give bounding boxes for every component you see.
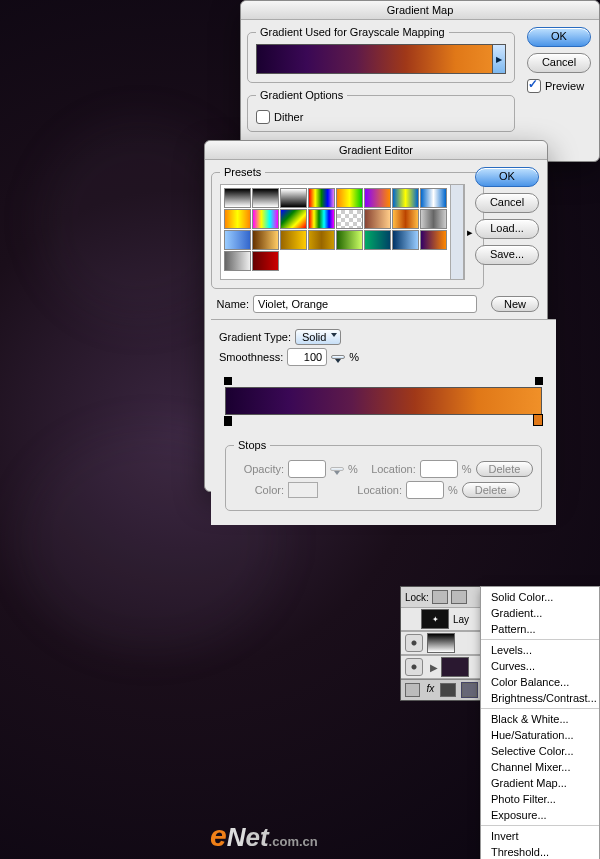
ok-button[interactable]: OK (527, 27, 591, 47)
smooth-label: Smoothness: (219, 351, 283, 363)
fx-icon[interactable]: fx (426, 683, 434, 697)
menu-item[interactable]: Gradient... (481, 605, 599, 621)
layer-row-1[interactable]: ✦ Lay (401, 607, 481, 631)
layer-name-1: Lay (453, 614, 469, 625)
percent-label: % (349, 351, 359, 363)
preview-checkbox[interactable] (527, 79, 541, 93)
preset-flyout-icon[interactable]: ▸ (464, 184, 475, 280)
opacity-label: Opacity: (234, 463, 284, 475)
menu-item[interactable]: Curves... (481, 658, 599, 674)
color-swatch[interactable] (288, 482, 318, 498)
lock-transparency-icon[interactable] (432, 590, 448, 604)
menu-item[interactable]: Photo Filter... (481, 791, 599, 807)
menu-item[interactable]: Invert (481, 828, 599, 844)
layer-row-3[interactable]: ▶ (401, 655, 481, 679)
lock-label: Lock: (405, 592, 429, 603)
gradient-type-select[interactable]: Solid (295, 329, 341, 345)
load-button[interactable]: Load... (475, 219, 539, 239)
preview-label: Preview (545, 80, 584, 92)
adjustment-layer-menu: Solid Color... Gradient... Pattern... Le… (480, 586, 600, 859)
delete-opacity-stop-button[interactable]: Delete (476, 461, 534, 477)
dither-label: Dither (274, 111, 303, 123)
stops-legend: Stops (234, 439, 270, 451)
gradient-definition-group: Gradient Type: Solid Smoothness: % Stops… (211, 319, 556, 525)
visibility-toggle-2[interactable] (405, 634, 423, 652)
layer-thumb-2[interactable] (427, 633, 455, 653)
gradient-map-title: Gradient Map (241, 1, 599, 20)
layer-thumb-3[interactable] (441, 657, 469, 677)
layers-panel-fragment: Lock: ✦ Lay ▶ fx (400, 586, 482, 701)
layer-mask-icon[interactable] (440, 683, 455, 697)
menu-item[interactable]: Solid Color... (481, 589, 599, 605)
menu-item[interactable]: Pattern... (481, 621, 599, 637)
preset-scrollbar[interactable] (451, 184, 464, 280)
stops-group: Stops Opacity: % Location: % Delete Colo… (225, 439, 542, 511)
menu-item[interactable]: Threshold... (481, 844, 599, 859)
dither-checkbox[interactable] (256, 110, 270, 124)
save-button[interactable]: Save... (475, 245, 539, 265)
menu-item[interactable]: Hue/Saturation... (481, 727, 599, 743)
opacity-input[interactable] (288, 460, 326, 478)
gradient-name-input[interactable] (253, 295, 477, 313)
preset-grid[interactable] (220, 184, 451, 280)
cancel-button[interactable]: Cancel (475, 193, 539, 213)
gradient-map-buttons: OK Cancel Preview (527, 27, 591, 96)
smoothness-input[interactable] (287, 348, 327, 366)
menu-item[interactable]: Brightness/Contrast... (481, 690, 599, 706)
cancel-button[interactable]: Cancel (527, 53, 591, 73)
gradient-editor-dialog: Gradient Editor Presets (204, 140, 548, 492)
presets-group: Presets (211, 166, 484, 289)
gradient-map-dialog: Gradient Map Gradient Used for Grayscale… (240, 0, 600, 162)
ok-button[interactable]: OK (475, 167, 539, 187)
adjustment-layer-icon[interactable] (462, 683, 477, 697)
name-label: Name: (213, 298, 249, 310)
gradient-options-legend: Gradient Options (256, 89, 347, 101)
opacity-location-input[interactable] (420, 460, 458, 478)
layer-row-2[interactable] (401, 631, 481, 655)
menu-item[interactable]: Black & White... (481, 711, 599, 727)
gradient-strip[interactable]: ▶ (256, 44, 506, 74)
color-location-input[interactable] (406, 481, 444, 499)
lock-pixels-icon[interactable] (451, 590, 467, 604)
menu-item[interactable]: Levels... (481, 642, 599, 658)
layers-bottom-bar: fx (401, 679, 481, 700)
smoothness-dropdown[interactable] (331, 355, 345, 359)
menu-item[interactable]: Exposure... (481, 807, 599, 823)
location-label-2: Location: (348, 484, 402, 496)
presets-legend: Presets (220, 166, 265, 178)
visibility-toggle-3[interactable] (405, 658, 423, 676)
gradient-editor-title: Gradient Editor (205, 141, 547, 160)
new-button[interactable]: New (491, 296, 539, 312)
menu-item[interactable]: Color Balance... (481, 674, 599, 690)
color-stop-left[interactable] (224, 416, 232, 426)
gradient-editor-buttons: OK Cancel Load... Save... (475, 167, 539, 271)
opacity-dropdown[interactable] (330, 467, 344, 471)
layer-thumb-1[interactable]: ✦ (421, 609, 449, 629)
type-label: Gradient Type: (219, 331, 291, 343)
gradient-options-group: Gradient Options Dither (247, 89, 515, 132)
grayscale-mapping-group: Gradient Used for Grayscale Mapping ▶ (247, 26, 515, 83)
gradient-bar[interactable] (225, 387, 542, 415)
menu-item[interactable]: Selective Color... (481, 743, 599, 759)
grayscale-mapping-legend: Gradient Used for Grayscale Mapping (256, 26, 449, 38)
menu-item[interactable]: Channel Mixer... (481, 759, 599, 775)
gradient-picker-arrow[interactable]: ▶ (492, 45, 505, 73)
color-label: Color: (234, 484, 284, 496)
delete-color-stop-button[interactable]: Delete (462, 482, 520, 498)
color-stop-right[interactable] (533, 414, 543, 426)
menu-item[interactable]: Gradient Map... (481, 775, 599, 791)
watermark: eeNetNet.com.cn (210, 819, 318, 853)
opacity-stop-left[interactable] (224, 377, 232, 385)
location-label-1: Location: (362, 463, 416, 475)
opacity-stop-right[interactable] (535, 377, 543, 385)
link-layers-icon[interactable] (405, 683, 420, 697)
